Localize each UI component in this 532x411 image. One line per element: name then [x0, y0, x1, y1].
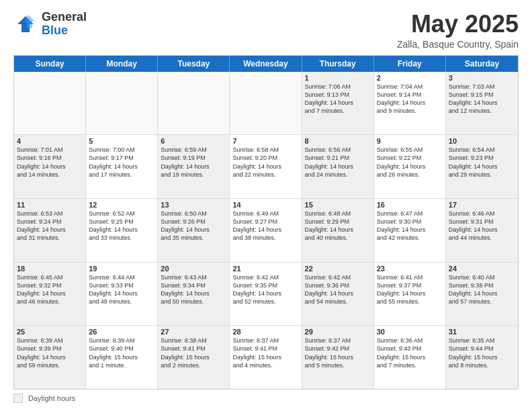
cell-text: Sunrise: 6:58 AMSunset: 9:20 PMDaylight:…	[232, 146, 298, 179]
cell-text: Sunrise: 6:53 AMSunset: 9:24 PMDaylight:…	[17, 210, 83, 242]
table-row: 25Sunrise: 6:39 AMSunset: 9:39 PMDayligh…	[14, 326, 86, 389]
table-row: 30Sunrise: 6:36 AMSunset: 9:43 PMDayligh…	[374, 326, 446, 389]
table-row: 28Sunrise: 6:37 AMSunset: 9:41 PMDayligh…	[230, 326, 302, 389]
table-row: 4Sunrise: 7:01 AMSunset: 9:16 PMDaylight…	[14, 135, 86, 198]
header-sunday: Sunday	[14, 56, 86, 72]
logo-icon	[13, 12, 38, 36]
day-number: 1	[305, 74, 371, 82]
cell-text: Sunrise: 6:42 AMSunset: 9:36 PMDaylight:…	[305, 273, 371, 306]
header-wednesday: Wednesday	[230, 56, 302, 72]
legend-box	[13, 394, 23, 403]
day-number: 20	[161, 265, 226, 273]
header-tuesday: Tuesday	[158, 56, 230, 72]
cell-text: Sunrise: 7:06 AMSunset: 9:13 PMDaylight:…	[305, 83, 371, 116]
header: General Blue May 2025 Zalla, Basque Coun…	[13, 11, 519, 50]
table-row: 29Sunrise: 6:37 AMSunset: 9:42 PMDayligh…	[302, 326, 374, 389]
table-row: 22Sunrise: 6:42 AMSunset: 9:36 PMDayligh…	[302, 263, 374, 326]
table-row: 15Sunrise: 6:48 AMSunset: 9:29 PMDayligh…	[302, 199, 374, 262]
table-row: 1Sunrise: 7:06 AMSunset: 9:13 PMDaylight…	[302, 72, 374, 135]
table-row: 27Sunrise: 6:38 AMSunset: 9:41 PMDayligh…	[158, 326, 230, 389]
cell-text: Sunrise: 7:03 AMSunset: 9:15 PMDaylight:…	[449, 83, 515, 116]
legend-label: Daylight hours	[28, 394, 75, 402]
cell-text: Sunrise: 6:45 AMSunset: 9:32 PMDaylight:…	[17, 273, 83, 306]
day-number: 17	[449, 201, 515, 209]
cell-text: Sunrise: 6:54 AMSunset: 9:23 PMDaylight:…	[449, 146, 515, 179]
cell-text: Sunrise: 7:01 AMSunset: 9:16 PMDaylight:…	[17, 146, 83, 179]
day-number: 26	[89, 328, 154, 336]
cell-text: Sunrise: 6:46 AMSunset: 9:31 PMDaylight:…	[449, 210, 515, 242]
table-row: 10Sunrise: 6:54 AMSunset: 9:23 PMDayligh…	[446, 135, 518, 198]
cell-text: Sunrise: 6:41 AMSunset: 9:37 PMDaylight:…	[377, 273, 443, 306]
header-thursday: Thursday	[302, 56, 374, 72]
cell-text: Sunrise: 6:55 AMSunset: 9:22 PMDaylight:…	[377, 146, 443, 179]
table-row: 6Sunrise: 6:59 AMSunset: 9:19 PMDaylight…	[158, 135, 230, 198]
logo: General Blue	[13, 11, 87, 38]
table-row: 3Sunrise: 7:03 AMSunset: 9:15 PMDaylight…	[446, 72, 518, 135]
day-number: 3	[449, 74, 515, 82]
day-number: 6	[161, 137, 226, 145]
header-monday: Monday	[86, 56, 158, 72]
cell-text: Sunrise: 6:43 AMSunset: 9:34 PMDaylight:…	[161, 273, 226, 306]
table-row	[86, 72, 158, 135]
header-friday: Friday	[374, 56, 446, 72]
day-number: 8	[305, 137, 371, 145]
day-number: 28	[232, 328, 298, 336]
day-number: 4	[17, 137, 83, 145]
cell-text: Sunrise: 6:39 AMSunset: 9:39 PMDaylight:…	[17, 336, 83, 369]
table-row: 12Sunrise: 6:52 AMSunset: 9:25 PMDayligh…	[86, 199, 158, 262]
cell-text: Sunrise: 7:04 AMSunset: 9:14 PMDaylight:…	[377, 83, 443, 116]
table-row: 9Sunrise: 6:55 AMSunset: 9:22 PMDaylight…	[374, 135, 446, 198]
table-row: 23Sunrise: 6:41 AMSunset: 9:37 PMDayligh…	[374, 263, 446, 326]
table-row	[158, 72, 230, 135]
calendar-body: 1Sunrise: 7:06 AMSunset: 9:13 PMDaylight…	[14, 72, 518, 389]
subtitle: Zalla, Basque Country, Spain	[397, 39, 519, 50]
legend: Daylight hours	[13, 394, 519, 403]
day-number: 21	[232, 265, 298, 273]
title-section: May 2025 Zalla, Basque Country, Spain	[397, 11, 519, 50]
day-number: 16	[377, 201, 443, 209]
cell-text: Sunrise: 6:37 AMSunset: 9:41 PMDaylight:…	[232, 336, 298, 369]
day-number: 14	[232, 201, 298, 209]
day-number: 24	[449, 265, 515, 273]
cell-text: Sunrise: 6:59 AMSunset: 9:19 PMDaylight:…	[161, 146, 226, 179]
day-number: 29	[305, 328, 371, 336]
cell-text: Sunrise: 6:37 AMSunset: 9:42 PMDaylight:…	[305, 336, 371, 369]
table-row	[14, 72, 86, 135]
table-row	[230, 72, 302, 135]
cell-text: Sunrise: 6:38 AMSunset: 9:41 PMDaylight:…	[161, 336, 226, 369]
cell-text: Sunrise: 6:42 AMSunset: 9:35 PMDaylight:…	[232, 273, 298, 306]
cell-text: Sunrise: 6:39 AMSunset: 9:40 PMDaylight:…	[89, 336, 154, 369]
table-row: 31Sunrise: 6:35 AMSunset: 9:44 PMDayligh…	[446, 326, 518, 389]
day-number: 2	[377, 74, 443, 82]
calendar-header: Sunday Monday Tuesday Wednesday Thursday…	[14, 56, 518, 72]
table-row: 24Sunrise: 6:40 AMSunset: 9:38 PMDayligh…	[446, 263, 518, 326]
calendar-row-4: 18Sunrise: 6:45 AMSunset: 9:32 PMDayligh…	[14, 263, 518, 326]
calendar-row-3: 11Sunrise: 6:53 AMSunset: 9:24 PMDayligh…	[14, 199, 518, 263]
calendar-row-2: 4Sunrise: 7:01 AMSunset: 9:16 PMDaylight…	[14, 135, 518, 199]
day-number: 22	[305, 265, 371, 273]
day-number: 5	[89, 137, 154, 145]
cell-text: Sunrise: 7:00 AMSunset: 9:17 PMDaylight:…	[89, 146, 154, 179]
day-number: 12	[89, 201, 154, 209]
table-row: 19Sunrise: 6:44 AMSunset: 9:33 PMDayligh…	[86, 263, 158, 326]
table-row: 7Sunrise: 6:58 AMSunset: 9:20 PMDaylight…	[230, 135, 302, 198]
cell-text: Sunrise: 6:52 AMSunset: 9:25 PMDaylight:…	[89, 210, 154, 242]
day-number: 13	[161, 201, 226, 209]
table-row: 14Sunrise: 6:49 AMSunset: 9:27 PMDayligh…	[230, 199, 302, 262]
table-row: 13Sunrise: 6:50 AMSunset: 9:26 PMDayligh…	[158, 199, 230, 262]
day-number: 7	[232, 137, 298, 145]
cell-text: Sunrise: 6:40 AMSunset: 9:38 PMDaylight:…	[449, 273, 515, 306]
cell-text: Sunrise: 6:50 AMSunset: 9:26 PMDaylight:…	[161, 210, 226, 242]
calendar: Sunday Monday Tuesday Wednesday Thursday…	[13, 55, 519, 390]
cell-text: Sunrise: 6:56 AMSunset: 9:21 PMDaylight:…	[305, 146, 371, 179]
calendar-row-5: 25Sunrise: 6:39 AMSunset: 9:39 PMDayligh…	[14, 326, 518, 389]
day-number: 15	[305, 201, 371, 209]
cell-text: Sunrise: 6:49 AMSunset: 9:27 PMDaylight:…	[232, 210, 298, 242]
logo-text: General Blue	[42, 11, 87, 38]
logo-blue: Blue	[42, 24, 87, 38]
page: General Blue May 2025 Zalla, Basque Coun…	[0, 0, 532, 411]
table-row: 16Sunrise: 6:47 AMSunset: 9:30 PMDayligh…	[374, 199, 446, 262]
table-row: 8Sunrise: 6:56 AMSunset: 9:21 PMDaylight…	[302, 135, 374, 198]
day-number: 25	[17, 328, 83, 336]
cell-text: Sunrise: 6:36 AMSunset: 9:43 PMDaylight:…	[377, 336, 443, 369]
